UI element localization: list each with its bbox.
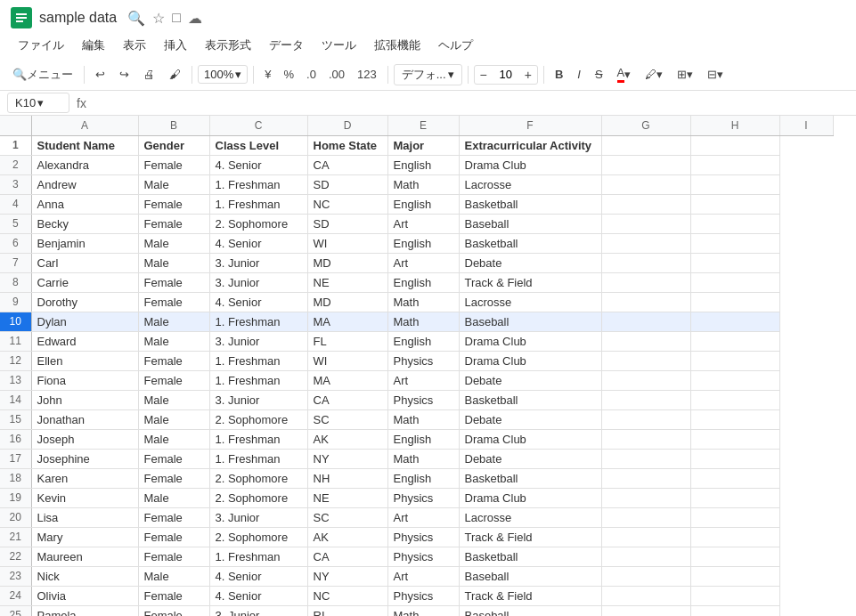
cell-a[interactable]: Alexandra	[31, 155, 138, 174]
cell-e[interactable]: Art	[387, 214, 459, 233]
cell-f[interactable]: Basketball	[459, 547, 601, 566]
zoom-control[interactable]: 100% ▾	[198, 65, 248, 84]
cell-e[interactable]: Physics	[387, 527, 459, 547]
cell-b[interactable]: Male	[138, 429, 209, 449]
row-number[interactable]: 10	[0, 312, 31, 331]
cell-h[interactable]	[690, 390, 779, 409]
cell-h[interactable]	[690, 468, 779, 488]
text-color-button[interactable]: A ▾	[612, 62, 637, 86]
menu-edit[interactable]: 編集	[75, 34, 112, 57]
col-header-e[interactable]: E	[387, 116, 459, 135]
cell-a[interactable]: Nick	[31, 566, 138, 586]
cell-a[interactable]: Olivia	[31, 586, 138, 605]
cell-b[interactable]: Female	[138, 449, 209, 468]
cell-g[interactable]	[601, 135, 690, 155]
cell-h[interactable]	[690, 449, 779, 468]
cell-h[interactable]	[690, 547, 779, 566]
col-header-f[interactable]: F	[459, 116, 601, 135]
cell-h[interactable]	[690, 174, 779, 194]
row-number[interactable]: 9	[0, 292, 31, 312]
row-number[interactable]: 6	[0, 233, 31, 253]
font-size-decrease-button[interactable]: −	[475, 66, 493, 84]
cell-f[interactable]: Track & Field	[459, 527, 601, 547]
cell-f[interactable]: Track & Field	[459, 272, 601, 292]
cell-h[interactable]	[690, 507, 779, 527]
row-number[interactable]: 5	[0, 214, 31, 233]
cell-g[interactable]	[601, 547, 690, 566]
cell-c[interactable]: Class Level	[209, 135, 307, 155]
cell-h[interactable]	[690, 351, 779, 370]
cell-b[interactable]: Male	[138, 312, 209, 331]
cell-h[interactable]	[690, 409, 779, 429]
cell-f[interactable]: Baseball	[459, 566, 601, 586]
strikethrough-button[interactable]: S	[590, 64, 608, 85]
row-number[interactable]: 25	[0, 605, 31, 616]
cell-d[interactable]: MD	[307, 253, 387, 272]
cell-h[interactable]	[690, 605, 779, 616]
cell-g[interactable]	[601, 488, 690, 507]
cell-g[interactable]	[601, 194, 690, 214]
cell-reference-box[interactable]: K10 ▾	[7, 93, 69, 113]
cell-f[interactable]: Baseball	[459, 605, 601, 616]
col-header-d[interactable]: D	[307, 116, 387, 135]
cell-c[interactable]: 4. Senior	[209, 155, 307, 174]
cell-g[interactable]	[601, 155, 690, 174]
cell-c[interactable]: 1. Freshman	[209, 351, 307, 370]
row-number[interactable]: 7	[0, 253, 31, 272]
cell-a[interactable]: Benjamin	[31, 233, 138, 253]
cell-c[interactable]: 1. Freshman	[209, 370, 307, 390]
cell-f[interactable]: Drama Club	[459, 351, 601, 370]
cell-e[interactable]: Art	[387, 507, 459, 527]
cell-e[interactable]: Math	[387, 409, 459, 429]
decimal-increase-button[interactable]: .00	[323, 65, 350, 84]
cell-c[interactable]: 2. Sophomore	[209, 527, 307, 547]
cell-f[interactable]: Drama Club	[459, 331, 601, 351]
cell-d[interactable]: MA	[307, 312, 387, 331]
cell-c[interactable]: 1. Freshman	[209, 194, 307, 214]
cell-c[interactable]: 4. Senior	[209, 233, 307, 253]
cell-d[interactable]: NE	[307, 488, 387, 507]
cell-d[interactable]: CA	[307, 155, 387, 174]
row-number[interactable]: 23	[0, 566, 31, 586]
cell-f[interactable]: Drama Club	[459, 155, 601, 174]
cell-b[interactable]: Male	[138, 331, 209, 351]
cell-e[interactable]: Math	[387, 312, 459, 331]
cell-h[interactable]	[690, 488, 779, 507]
cell-h[interactable]	[690, 566, 779, 586]
cell-c[interactable]: 2. Sophomore	[209, 409, 307, 429]
decimal-decrease-button[interactable]: .0	[301, 65, 322, 84]
cell-a[interactable]: Pamela	[31, 605, 138, 616]
menu-tools[interactable]: ツール	[314, 34, 363, 57]
cell-e[interactable]: Physics	[387, 390, 459, 409]
cell-a[interactable]: Anna	[31, 194, 138, 214]
cell-d[interactable]: NY	[307, 566, 387, 586]
cell-g[interactable]	[601, 409, 690, 429]
cell-a[interactable]: Carrie	[31, 272, 138, 292]
cell-e[interactable]: Math	[387, 605, 459, 616]
menu-insert[interactable]: 挿入	[157, 34, 194, 57]
row-number[interactable]: 4	[0, 194, 31, 214]
currency-button[interactable]: ¥	[259, 65, 276, 84]
cell-d[interactable]: NE	[307, 272, 387, 292]
cell-d[interactable]: RI	[307, 605, 387, 616]
cell-e[interactable]: Physics	[387, 547, 459, 566]
cell-g[interactable]	[601, 507, 690, 527]
cell-b[interactable]: Male	[138, 566, 209, 586]
cell-b[interactable]: Male	[138, 233, 209, 253]
cell-d[interactable]: FL	[307, 331, 387, 351]
cell-c[interactable]: 1. Freshman	[209, 174, 307, 194]
cell-g[interactable]	[601, 214, 690, 233]
cell-a[interactable]: Fiona	[31, 370, 138, 390]
cell-d[interactable]: NC	[307, 586, 387, 605]
cell-c[interactable]: 3. Junior	[209, 507, 307, 527]
drive-icon[interactable]: □	[172, 10, 181, 26]
cell-b[interactable]: Male	[138, 409, 209, 429]
cell-c[interactable]: 3. Junior	[209, 390, 307, 409]
cell-e[interactable]: Art	[387, 253, 459, 272]
cell-h[interactable]	[690, 586, 779, 605]
menu-help[interactable]: ヘルプ	[431, 34, 480, 57]
cell-e[interactable]: Math	[387, 449, 459, 468]
merge-cells-button[interactable]: ⊟▾	[702, 64, 729, 85]
cell-b[interactable]: Female	[138, 214, 209, 233]
cell-g[interactable]	[601, 429, 690, 449]
